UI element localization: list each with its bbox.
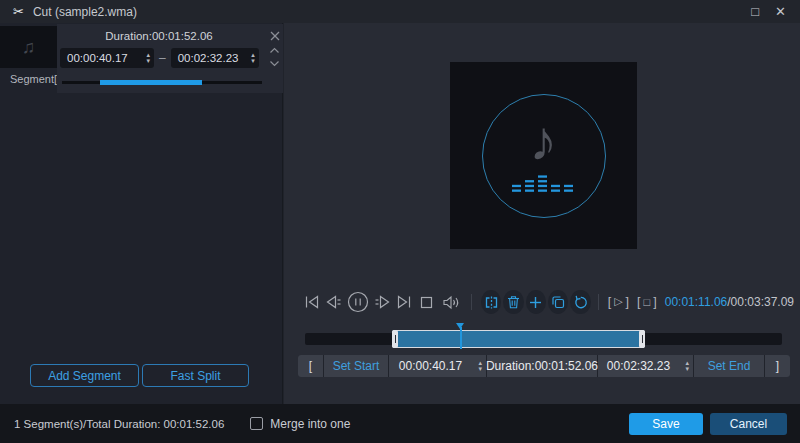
stop-icon[interactable]	[420, 296, 433, 309]
chevron-up-icon[interactable]	[269, 47, 280, 54]
current-time: 00:01:11.06	[665, 295, 728, 309]
spinner-down-icon[interactable]: ▾	[685, 366, 689, 372]
spinner-arrows[interactable]: ▴ ▾	[251, 52, 255, 64]
window-title: Cut (sample2.wma)	[33, 5, 137, 19]
segment-start-value: 00:00:40.17	[67, 52, 128, 64]
add-segment-button[interactable]: Add Segment	[30, 364, 139, 387]
segment-end-value: 00:02:32.23	[178, 52, 239, 64]
album-circle: ♪	[482, 94, 606, 218]
delete-button[interactable]	[503, 290, 523, 314]
stop-segment-button[interactable]: [□]	[637, 295, 657, 309]
music-notes-icon: ♫	[22, 37, 36, 58]
window-controls: □ ✕	[751, 4, 786, 19]
skip-end-icon[interactable]	[396, 295, 412, 309]
playhead-marker-icon	[456, 323, 464, 329]
segment-time-inputs: 00:00:40.17 ▴ ▾ – 00:02:32.23 ▴ ▾	[60, 48, 259, 68]
scissors-icon: ✂	[13, 5, 24, 18]
cancel-button[interactable]: Cancel	[710, 413, 787, 435]
segment-editor: Duration:00:01:52.06 00:00:40.17 ▴ ▾ – 0…	[57, 24, 283, 93]
music-note-icon: ♪	[530, 113, 558, 169]
remove-segment-icon[interactable]	[270, 31, 280, 41]
selection-start-handle[interactable]	[392, 330, 398, 348]
playhead[interactable]	[456, 323, 465, 353]
cut-dialog: ✂ Cut (sample2.wma) □ ✕ ♫ Segment[1] Dur…	[0, 0, 800, 443]
trim-end-value: 00:02:32.23	[607, 359, 670, 373]
chevron-down-icon[interactable]	[269, 60, 280, 67]
equalizer-icon	[512, 174, 576, 193]
split-button[interactable]	[481, 290, 501, 314]
spinner-arrows[interactable]: ▴ ▾	[478, 360, 482, 372]
end-bracket: ]	[765, 355, 790, 377]
time-range-dash: –	[159, 51, 166, 65]
bracket-open: [	[608, 295, 611, 309]
spinner-down-icon[interactable]: ▾	[251, 58, 255, 64]
stop-segment-icon: □	[644, 296, 651, 308]
footer-bar: 1 Segment(s)/Total Duration: 00:01:52.06…	[0, 404, 800, 443]
segment-edit-controls	[269, 31, 280, 67]
trim-start-value: 00:00:40.17	[399, 359, 462, 373]
merge-label[interactable]: Merge into one	[270, 417, 350, 431]
trim-end-input[interactable]: 00:02:32.23 ▴ ▾	[598, 355, 693, 377]
rewind-icon[interactable]	[325, 295, 342, 309]
titlebar: ✂ Cut (sample2.wma) □ ✕	[0, 0, 800, 23]
pause-icon[interactable]	[347, 291, 369, 313]
segment-start-input[interactable]: 00:00:40.17 ▴ ▾	[60, 48, 154, 68]
separator	[598, 294, 599, 310]
bracket-open: [	[637, 295, 640, 309]
volume-icon[interactable]	[442, 295, 461, 310]
bracket-close: ]	[626, 295, 629, 309]
start-bracket: [	[298, 355, 323, 377]
set-end-button[interactable]: Set End	[694, 355, 764, 377]
play-segment-button[interactable]: [▷]	[608, 295, 629, 309]
merge-checkbox[interactable]	[250, 417, 263, 430]
copy-button[interactable]	[548, 290, 568, 314]
spinner-arrows[interactable]: ▴ ▾	[685, 360, 689, 372]
trim-control-bar: [ Set Start 00:00:40.17 ▴ ▾ Duration:00:…	[298, 355, 790, 377]
playback-controls: [▷] [□] 00:01:11.06/00:03:37.09	[304, 289, 794, 315]
fast-forward-icon[interactable]	[374, 295, 391, 309]
album-art: ♪	[450, 62, 637, 249]
add-button[interactable]	[526, 290, 546, 314]
trim-start-input[interactable]: 00:00:40.17 ▴ ▾	[389, 355, 486, 377]
fast-split-button[interactable]: Fast Split	[142, 364, 249, 387]
bracket-close: ]	[653, 295, 656, 309]
segment-range-bar[interactable]	[62, 81, 262, 84]
segment-duration-label: Duration:00:01:52.06	[57, 30, 261, 42]
playhead-line	[460, 327, 462, 349]
footer-buttons: Save Cancel	[629, 413, 787, 435]
selection-end-handle[interactable]	[639, 330, 645, 348]
timeline	[305, 326, 782, 358]
spinner-down-icon[interactable]: ▾	[146, 58, 150, 64]
spinner-down-icon[interactable]: ▾	[478, 366, 482, 372]
segment-range-fill	[100, 80, 202, 85]
merge-option: Merge into one	[250, 417, 350, 431]
player-panel: ♪	[284, 23, 800, 404]
segment-end-input[interactable]: 00:02:32.23 ▴ ▾	[171, 48, 259, 68]
reset-button[interactable]	[570, 290, 590, 314]
close-button[interactable]: ✕	[775, 4, 786, 19]
set-start-button[interactable]: Set Start	[324, 355, 388, 377]
time-display: 00:01:11.06/00:03:37.09	[665, 295, 794, 309]
timeline-selection[interactable]	[392, 330, 645, 348]
save-button[interactable]: Save	[629, 413, 703, 435]
segments-summary: 1 Segment(s)/Total Duration: 00:01:52.06	[14, 418, 224, 430]
spinner-arrows[interactable]: ▴ ▾	[146, 52, 150, 64]
segment-thumbnail[interactable]: ♫	[0, 26, 57, 68]
segment-list-panel: ♫ Segment[1] Duration:00:01:52.06 00:00:…	[0, 23, 283, 404]
skip-start-icon[interactable]	[304, 295, 320, 309]
total-time: /00:03:37.09	[727, 295, 794, 309]
play-segment-icon: ▷	[614, 295, 622, 308]
maximize-button[interactable]: □	[751, 4, 759, 19]
trim-duration-label: Duration:00:01:52.06	[487, 355, 597, 377]
separator	[471, 294, 472, 310]
